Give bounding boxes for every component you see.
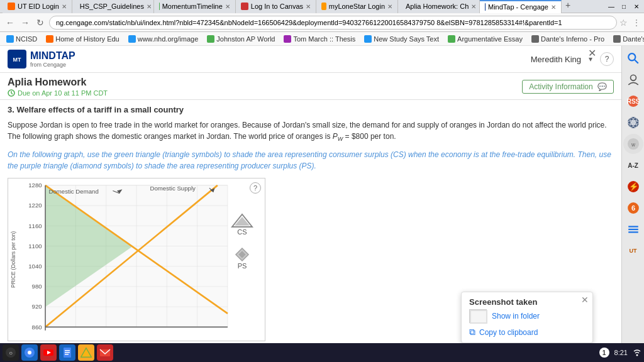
- aplia-due: Due on Apr 10 at 11 PM CDT: [8, 89, 108, 97]
- activity-info-button[interactable]: Activity Information 💬: [522, 80, 614, 94]
- svg-text:920: 920: [32, 303, 42, 310]
- tab-canvas[interactable]: Log In to Canvas ✕: [236, 0, 316, 13]
- tab-mylonestar[interactable]: myLoneStar Login ✕: [316, 0, 398, 13]
- sidebar-az-icon[interactable]: A-Z: [623, 155, 643, 175]
- wifi-icon: [633, 348, 641, 357]
- bookmark-icon-arg: [448, 35, 455, 43]
- pw-label: PW: [333, 132, 343, 141]
- sidebar-rss-icon[interactable]: RSS: [623, 91, 643, 111]
- svg-rect-71: [65, 350, 70, 351]
- bookmarks-bar: NCISD Home of History Edu www.nhd.org/im…: [0, 32, 644, 46]
- bookmark-johnston[interactable]: Johnston AP World: [204, 35, 277, 43]
- graph-svg: 1280 1220 1160 1100 1040 980 920 860 PRI…: [8, 178, 265, 341]
- tab-favicon-canvas: [241, 3, 248, 10]
- az-label: A-Z: [628, 162, 638, 169]
- tab-aplia[interactable]: Aplia Homework: Ch ✕: [398, 0, 480, 13]
- bookmark-star[interactable]: ☆: [619, 18, 628, 28]
- tab-ut-eid[interactable]: UT EID Login ✕: [3, 0, 72, 13]
- reload-button[interactable]: ↻: [34, 16, 47, 29]
- copy-to-clipboard-button[interactable]: ⧉ Copy to clipboard: [469, 327, 585, 337]
- tab-favicon-ut-eid: [8, 3, 15, 10]
- window-controls: — □ ✕: [606, 1, 641, 11]
- taskbar-right: 1 8:21: [599, 348, 641, 358]
- tab-hs-csp[interactable]: HS_CSP_Guidelines ✕: [72, 0, 154, 13]
- svg-text:1220: 1220: [28, 202, 42, 209]
- cs-label: CS: [237, 228, 247, 236]
- bookmark-ncisd[interactable]: NCISD: [4, 35, 40, 43]
- graph-help-button[interactable]: ?: [250, 182, 261, 194]
- mindtap-header: MT MINDTAP from Cengage Meredith King ▾ …: [0, 46, 621, 73]
- url-bar[interactable]: [49, 16, 617, 30]
- header-right: Meredith King ▾ ?: [531, 52, 614, 66]
- tab-close-mindtap[interactable]: ✕: [551, 4, 556, 11]
- sidebar-person-icon[interactable]: [623, 70, 643, 90]
- taskbar-chrome-icon[interactable]: [21, 344, 38, 361]
- bookmark-label-johnston: Johnston AP World: [216, 35, 275, 43]
- svg-line-4: [11, 93, 13, 94]
- sidebar-ut-icon[interactable]: UT: [623, 241, 643, 261]
- bookmark-label-arg: Argumentative Essay: [457, 35, 523, 43]
- aplia-due-label: Due on Apr 10 at 11 PM CDT: [18, 89, 108, 97]
- taskbar-gmail-icon[interactable]: [97, 344, 113, 361]
- address-bar: ← → ↻ ☆ ⋮: [0, 13, 644, 32]
- sidebar-six-icon[interactable]: 6: [623, 198, 643, 218]
- sidebar-wilson-icon[interactable]: W: [623, 134, 643, 154]
- tab-close-aplia[interactable]: ✕: [471, 3, 476, 10]
- tab-label-aplia: Aplia Homework: Ch: [406, 3, 469, 10]
- minimize-button[interactable]: —: [606, 1, 616, 11]
- tab-label-mylonestar: myLoneStar Login: [329, 3, 385, 10]
- tab-label-hs-csp: HS_CSP_Guidelines: [80, 3, 144, 10]
- copy-to-clipboard-label: Copy to clipboard: [479, 328, 538, 337]
- close-overlay-button[interactable]: ✕: [588, 47, 596, 59]
- tab-mindtap[interactable]: MindTap - Cengage ✕: [480, 0, 562, 13]
- tab-close-momentum[interactable]: ✕: [225, 3, 230, 10]
- forward-button[interactable]: →: [19, 16, 31, 29]
- aplia-title-area: Aplia Homework Due on Apr 10 at 11 PM CD…: [8, 77, 108, 97]
- svg-rect-44: [471, 311, 486, 322]
- taskbar-drive-icon[interactable]: [78, 344, 94, 361]
- maximize-button[interactable]: □: [619, 1, 629, 11]
- svg-rect-63: [628, 231, 638, 233]
- tab-close-ut-eid[interactable]: ✕: [62, 3, 67, 10]
- mindtap-logo: MT MINDTAP from Cengage: [8, 50, 75, 69]
- sidebar-lightning-icon[interactable]: ⚡: [623, 177, 643, 197]
- new-tab-button[interactable]: +: [562, 0, 574, 13]
- taskbar-youtube-icon[interactable]: [40, 344, 57, 361]
- bookmark-icon-dante1: [531, 35, 539, 43]
- content-area: MT MINDTAP from Cengage Meredith King ▾ …: [0, 46, 644, 362]
- bookmark-label-ncisd: NCISD: [16, 35, 37, 43]
- title-bar: UT EID Login ✕ HS_CSP_Guidelines ✕ Momen…: [0, 0, 644, 13]
- ut-label: UT: [630, 248, 637, 254]
- question-paragraph1: Suppose Jordan is open to free trade in …: [8, 119, 614, 144]
- show-in-folder-link[interactable]: Show in folder: [492, 312, 540, 321]
- bookmark-dante2[interactable]: Dante's Inferno - Ma: [611, 35, 644, 43]
- legend-cs: CS: [231, 213, 253, 236]
- tab-label-mindtap: MindTap - Cengage: [488, 3, 548, 11]
- tab-close-canvas[interactable]: ✕: [306, 3, 311, 10]
- tab-momentum[interactable]: MomentumTimeline ✕: [154, 0, 236, 13]
- sidebar-list-icon[interactable]: [623, 219, 643, 239]
- notification-close-button[interactable]: ✕: [581, 295, 589, 305]
- back-button[interactable]: ←: [4, 16, 16, 29]
- taskbar-docs-icon[interactable]: [59, 344, 75, 361]
- bookmark-dante1[interactable]: Dante's Inferno - Pro: [529, 35, 607, 43]
- extensions-area: ⋮: [633, 18, 640, 27]
- bookmark-history[interactable]: Home of History Edu: [43, 35, 121, 43]
- bookmark-study[interactable]: New Study Says Text: [362, 35, 441, 43]
- screenshot-notification: ✕ Screenshot taken Show in folder ⧉ Copy…: [461, 292, 593, 343]
- svg-marker-75: [81, 348, 91, 357]
- bookmark-tom[interactable]: Tom March :: Thesis: [281, 35, 358, 43]
- taskbar-linux-icon[interactable]: ○: [3, 344, 19, 361]
- sidebar-atom-icon[interactable]: [623, 112, 643, 133]
- bookmark-nhd[interactable]: www.nhd.org/image: [126, 35, 201, 43]
- svg-text:980: 980: [32, 283, 42, 290]
- tab-close-hs-csp[interactable]: ✕: [147, 3, 152, 10]
- clock-icon: [8, 89, 15, 97]
- tab-close-mylonestar[interactable]: ✕: [387, 3, 392, 10]
- bookmark-icon-dante2: [613, 35, 621, 43]
- help-button[interactable]: ?: [600, 52, 614, 66]
- sidebar-search-icon[interactable]: [623, 48, 643, 69]
- close-window-button[interactable]: ✕: [631, 1, 641, 11]
- copy-icon: ⧉: [469, 327, 475, 337]
- bookmark-argumentative[interactable]: Argumentative Essay: [445, 35, 525, 43]
